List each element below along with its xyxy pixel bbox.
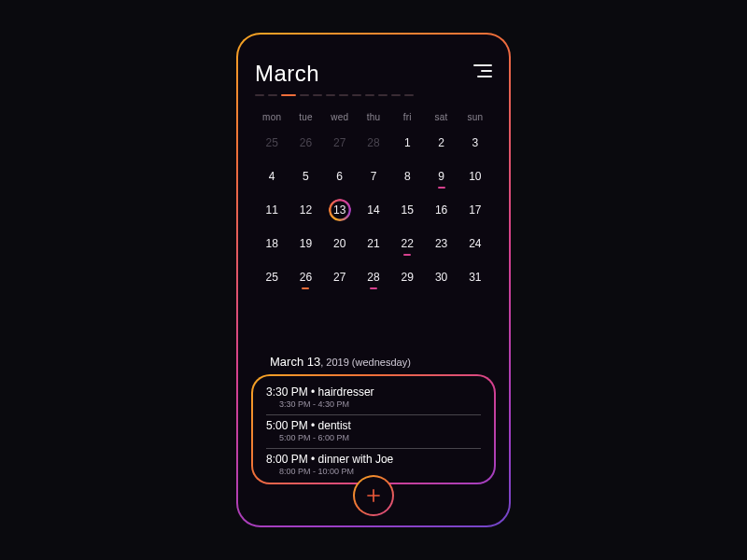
- event-time: 3:30 PM - 4:30 PM: [279, 399, 481, 409]
- day-cell[interactable]: 21: [357, 230, 390, 258]
- event-indicator: [438, 187, 445, 189]
- day-cell[interactable]: 17: [458, 196, 492, 224]
- day-cell[interactable]: 29: [390, 263, 424, 291]
- plus-icon: [364, 486, 383, 505]
- day-cell[interactable]: 15: [390, 196, 424, 224]
- day-cell[interactable]: 27: [323, 129, 357, 157]
- weekday-label: sat: [424, 109, 458, 125]
- day-cell[interactable]: 31: [458, 263, 492, 291]
- month-pager[interactable]: [255, 94, 492, 96]
- day-cell[interactable]: 18: [255, 230, 289, 258]
- day-cell[interactable]: 4: [255, 162, 289, 190]
- day-cell[interactable]: 28: [357, 129, 390, 157]
- day-cell[interactable]: 14: [357, 196, 390, 224]
- event-title: 3:30 PM • hairdresser: [266, 385, 481, 399]
- event-indicator: [302, 287, 309, 289]
- event-title: 5:00 PM • dentist: [266, 419, 481, 432]
- day-cell[interactable]: 3: [458, 129, 492, 157]
- day-cell[interactable]: 25: [255, 263, 289, 291]
- day-cell[interactable]: 28: [357, 263, 390, 291]
- weekday-label: tue: [289, 109, 322, 125]
- event-indicator: [403, 254, 411, 256]
- day-cell[interactable]: 19: [289, 230, 322, 258]
- event-time: 8:00 PM - 10:00 PM: [279, 467, 481, 476]
- day-cell[interactable]: 25: [255, 129, 289, 157]
- calendar-grid: 2526272812345678910111213141516171819202…: [255, 129, 492, 291]
- weekday-label: wed: [323, 109, 357, 125]
- weekday-label: sun: [458, 109, 492, 125]
- day-cell[interactable]: 6: [323, 162, 357, 190]
- event-title: 8:00 PM • dinner with Joe: [266, 453, 481, 466]
- day-cell[interactable]: 10: [458, 162, 492, 190]
- menu-icon[interactable]: [472, 61, 492, 77]
- day-cell[interactable]: 8: [390, 162, 424, 190]
- day-cell[interactable]: 13: [323, 196, 357, 224]
- day-cell[interactable]: 7: [357, 162, 390, 190]
- day-cell[interactable]: 30: [424, 263, 458, 291]
- day-cell[interactable]: 5: [289, 162, 322, 190]
- event-item[interactable]: 5:00 PM • dentist5:00 PM - 6:00 PM: [266, 415, 481, 449]
- events-list[interactable]: 3:30 PM • hairdresser3:30 PM - 4:30 PM5:…: [253, 376, 494, 483]
- day-cell[interactable]: 26: [289, 129, 322, 157]
- selected-date-label: March 13, 2019 (wednesday): [270, 355, 496, 369]
- weekday-label: mon: [255, 109, 289, 125]
- events-panel: 3:30 PM • hairdresser3:30 PM - 4:30 PM5:…: [251, 374, 496, 484]
- day-cell[interactable]: 24: [458, 230, 492, 258]
- weekday-row: montuewedthufrisatsun: [255, 109, 492, 125]
- day-cell[interactable]: 9: [424, 162, 458, 190]
- event-indicator: [370, 287, 377, 289]
- event-item[interactable]: 3:30 PM • hairdresser3:30 PM - 4:30 PM: [266, 382, 481, 415]
- app-screen: March montuewedthufrisatsun 252627281234…: [238, 35, 509, 525]
- phone-frame: March montuewedthufrisatsun 252627281234…: [236, 33, 511, 527]
- day-cell[interactable]: 16: [424, 196, 458, 224]
- month-title: March: [255, 61, 319, 87]
- weekday-label: fri: [390, 109, 424, 125]
- day-cell[interactable]: 2: [424, 129, 458, 157]
- event-time: 5:00 PM - 6:00 PM: [279, 433, 481, 442]
- day-cell[interactable]: 20: [323, 230, 357, 258]
- add-event-button[interactable]: [353, 475, 394, 516]
- day-cell[interactable]: 26: [289, 263, 322, 291]
- day-cell[interactable]: 23: [424, 230, 458, 258]
- day-cell[interactable]: 12: [289, 196, 322, 224]
- day-cell[interactable]: 22: [390, 230, 424, 258]
- weekday-label: thu: [357, 109, 390, 125]
- day-cell[interactable]: 27: [323, 263, 357, 291]
- day-cell[interactable]: 1: [390, 129, 424, 157]
- day-cell[interactable]: 11: [255, 196, 289, 224]
